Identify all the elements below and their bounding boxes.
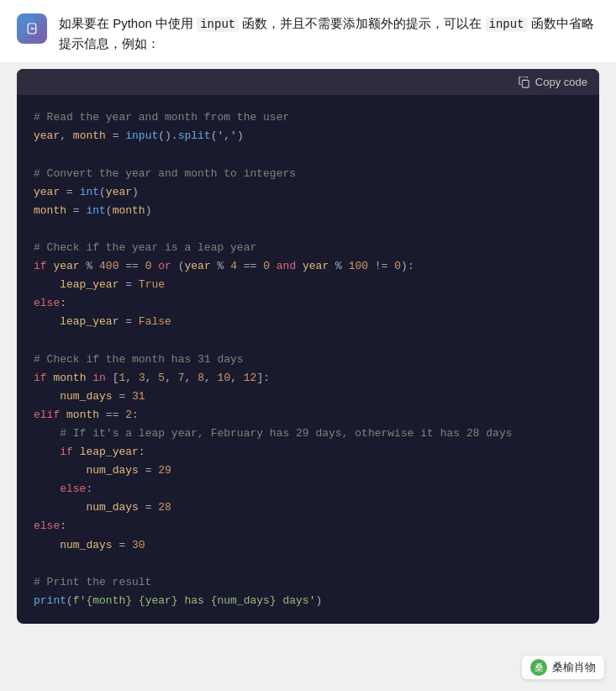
code-pre: # Read the year and month from the user … [34, 108, 582, 610]
inline-code-1: input [197, 17, 239, 32]
message-body: 如果要在 Python 中使用 input 函数，并且不需要添加额外的提示，可以… [59, 13, 599, 54]
code-var-year: year [34, 129, 60, 142]
code-header: Copy code [17, 69, 599, 95]
copy-icon [519, 76, 530, 88]
watermark: 桑 桑榆肖物 [522, 656, 604, 679]
svg-point-1 [31, 28, 33, 29]
code-comment-4: # Check if the month has 31 days [34, 353, 244, 366]
chat-message: 如果要在 Python 中使用 input 函数，并且不需要添加额外的提示，可以… [0, 0, 616, 62]
avatar [17, 13, 47, 44]
code-comment-5: # Print the result [34, 576, 151, 588]
watermark-label: 桑榆肖物 [552, 660, 596, 675]
code-comment-2: # Convert the year and month to integers [34, 167, 296, 180]
message-text-middle: 函数，并且不需要添加额外的提示，可以在 [239, 16, 485, 30]
code-body: # Read the year and month from the user … [17, 95, 599, 624]
watermark-icon: 桑 [530, 659, 547, 676]
message-text-before: 如果要在 Python 中使用 [59, 16, 197, 30]
copy-label: Copy code [535, 76, 587, 88]
code-comment-3: # Check if the year is a leap year [34, 241, 256, 254]
watermark-icon-text: 桑 [534, 662, 544, 674]
svg-rect-2 [522, 80, 529, 87]
inline-code-2: input [486, 17, 528, 32]
code-comment-1: # Read the year and month from the user [34, 111, 289, 124]
copy-code-button[interactable]: Copy code [519, 76, 587, 88]
code-block: Copy code # Read the year and month from… [17, 69, 599, 624]
